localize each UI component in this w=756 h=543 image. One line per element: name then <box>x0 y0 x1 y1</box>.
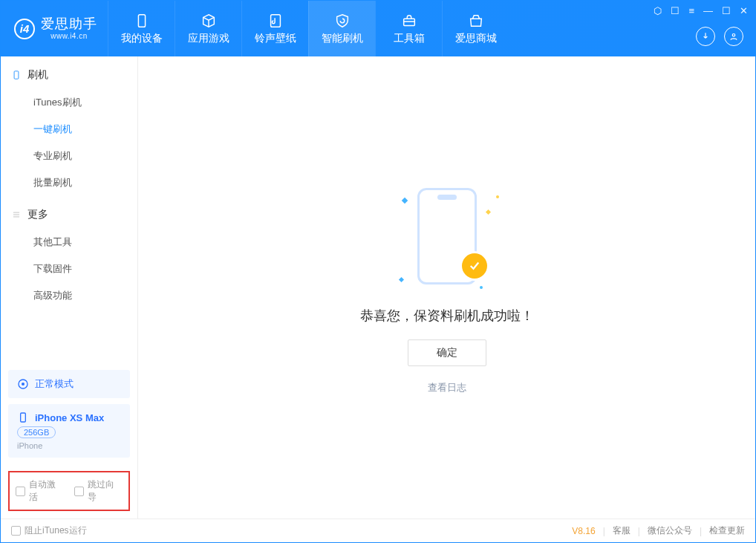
checkbox-icon <box>11 526 21 536</box>
tab-label: 智能刷机 <box>322 32 363 45</box>
sidebar-item-oneclick-flash[interactable]: 一键刷机 <box>1 116 137 143</box>
menu-icon[interactable]: ≡ <box>688 5 694 16</box>
lock-icon[interactable]: ☐ <box>671 5 680 16</box>
sidebar: 刷机 iTunes刷机 一键刷机 专业刷机 批量刷机 更多 其他工具 下载固件 … <box>1 56 138 518</box>
device-small-icon <box>17 412 29 423</box>
download-button[interactable] <box>696 27 715 46</box>
tab-ringtone-wallpaper[interactable]: 铃声壁纸 <box>241 1 308 56</box>
app-frame: i4 爱思助手 www.i4.cn 我的设备 应用游戏 铃声壁纸 智能刷机 <box>0 0 756 543</box>
device-name: iPhone XS Max <box>35 412 104 423</box>
list-icon <box>11 209 22 220</box>
sidebar-item-pro-flash[interactable]: 专业刷机 <box>1 143 137 169</box>
app-logo: i4 爱思助手 www.i4.cn <box>1 1 108 56</box>
header-right: ⬡ ☐ ≡ — ☐ ✕ <box>646 1 755 56</box>
mode-box[interactable]: 正常模式 <box>8 370 130 398</box>
tab-apps-games[interactable]: 应用游戏 <box>175 1 241 56</box>
footer-link-wechat[interactable]: 微信公众号 <box>648 524 692 537</box>
logo-icon: i4 <box>14 19 35 39</box>
body: 刷机 iTunes刷机 一键刷机 专业刷机 批量刷机 更多 其他工具 下载固件 … <box>1 56 755 518</box>
checkbox-icon <box>16 487 25 496</box>
checkbox-auto-activate[interactable]: 自动激活 <box>16 478 64 504</box>
music-icon <box>267 13 284 29</box>
svg-point-6 <box>22 383 25 386</box>
shirt-icon[interactable]: ⬡ <box>654 5 662 16</box>
version-label: V8.16 <box>572 526 595 536</box>
user-button[interactable] <box>724 27 743 46</box>
group-title: 更多 <box>27 208 48 221</box>
sidebar-item-advanced[interactable]: 高级功能 <box>1 282 137 309</box>
main-area: 恭喜您，保资料刷机成功啦！ 确定 查看日志 <box>138 56 755 518</box>
toolbox-icon <box>401 13 417 29</box>
device-icon <box>134 13 150 29</box>
checkmark-badge-icon <box>462 253 487 279</box>
store-icon <box>468 13 484 29</box>
svg-point-3 <box>732 34 735 37</box>
tab-smart-flash[interactable]: 智能刷机 <box>308 1 375 56</box>
close-button[interactable]: ✕ <box>740 5 748 16</box>
checkbox-skip-guide[interactable]: 跳过向导 <box>74 478 123 504</box>
ok-button[interactable]: 确定 <box>408 339 486 366</box>
sidebar-item-batch-flash[interactable]: 批量刷机 <box>1 169 137 196</box>
tab-label: 我的设备 <box>121 32 163 45</box>
flash-result: 恭喜您，保资料刷机成功啦！ 确定 查看日志 <box>360 181 534 394</box>
tab-my-device[interactable]: 我的设备 <box>108 1 175 56</box>
device-box[interactable]: iPhone XS Max 256GB iPhone <box>8 404 130 458</box>
phone-small-icon <box>11 70 22 80</box>
header-tabs: 我的设备 应用游戏 铃声壁纸 智能刷机 工具箱 爱思商城 <box>108 1 509 56</box>
svg-rect-2 <box>403 19 414 25</box>
device-storage: 256GB <box>17 426 56 438</box>
tab-label: 爱思商城 <box>455 32 497 45</box>
tab-label: 铃声壁纸 <box>255 32 296 45</box>
sidebar-item-itunes-flash[interactable]: iTunes刷机 <box>1 89 137 116</box>
flash-options-highlight: 自动激活 跳过向导 <box>8 471 130 511</box>
shield-refresh-icon <box>334 13 351 29</box>
tab-store[interactable]: 爱思商城 <box>442 1 509 56</box>
window-controls: ⬡ ☐ ≡ — ☐ ✕ <box>654 5 748 16</box>
view-log-link[interactable]: 查看日志 <box>428 381 466 394</box>
footer-link-update[interactable]: 检查更新 <box>709 524 745 537</box>
mode-icon <box>17 378 29 390</box>
cube-icon <box>201 13 217 29</box>
checkbox-block-itunes[interactable]: 阻止iTunes运行 <box>11 524 87 537</box>
checkbox-icon <box>74 487 84 496</box>
sidebar-group-flash: 刷机 <box>1 56 137 89</box>
footer: 阻止iTunes运行 V8.16 | 客服 | 微信公众号 | 检查更新 <box>1 518 755 542</box>
checkbox-label: 自动激活 <box>29 478 64 504</box>
footer-links: V8.16 | 客服 | 微信公众号 | 检查更新 <box>572 524 745 537</box>
result-message: 恭喜您，保资料刷机成功啦！ <box>360 307 534 325</box>
header: i4 爱思助手 www.i4.cn 我的设备 应用游戏 铃声壁纸 智能刷机 <box>1 1 755 56</box>
device-type: iPhone <box>17 441 121 450</box>
svg-rect-7 <box>21 413 26 422</box>
sidebar-group-more: 更多 <box>1 196 137 229</box>
footer-link-support[interactable]: 客服 <box>613 524 630 537</box>
tab-toolbox[interactable]: 工具箱 <box>375 1 442 56</box>
minimize-button[interactable]: — <box>703 5 713 16</box>
mode-label: 正常模式 <box>35 377 74 391</box>
app-url: www.i4.cn <box>41 32 97 40</box>
maximize-button[interactable]: ☐ <box>722 5 731 16</box>
checkbox-label: 阻止iTunes运行 <box>25 524 87 537</box>
app-name: 爱思助手 <box>41 17 97 32</box>
sidebar-item-other-tools[interactable]: 其他工具 <box>1 229 137 256</box>
group-title: 刷机 <box>27 68 48 82</box>
svg-rect-0 <box>138 14 145 27</box>
tab-label: 应用游戏 <box>188 32 229 45</box>
success-illustration <box>373 181 521 292</box>
svg-rect-4 <box>14 71 19 79</box>
tab-label: 工具箱 <box>394 32 425 45</box>
sidebar-item-download-firmware[interactable]: 下载固件 <box>1 256 137 282</box>
checkbox-label: 跳过向导 <box>88 478 123 504</box>
